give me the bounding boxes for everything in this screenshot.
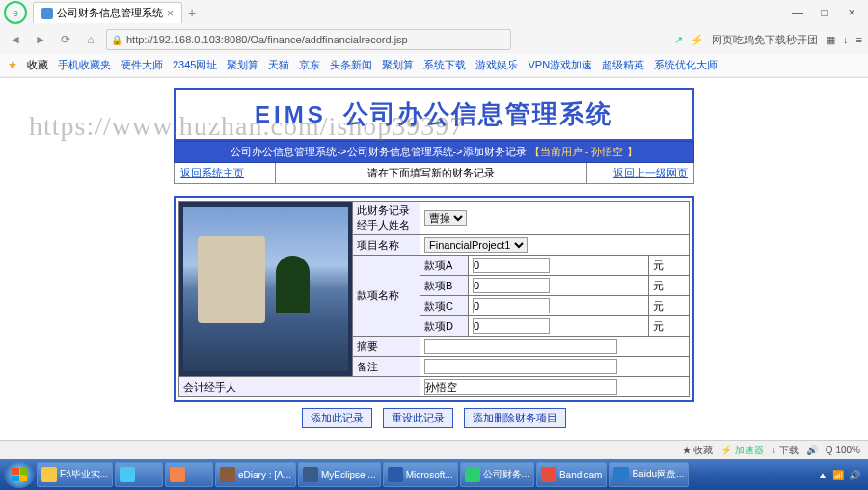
nav-link-row: 返回系统主页 请在下面填写新的财务记录 返回上一级网页 <box>174 163 694 184</box>
lock-icon: 🔒 <box>111 35 122 45</box>
grid-icon[interactable]: ▦ <box>826 34 835 46</box>
item-d-input[interactable] <box>473 318 550 334</box>
summary-label: 摘要 <box>353 337 420 357</box>
handler-select[interactable]: 曹操 <box>424 210 467 226</box>
summary-input[interactable] <box>424 339 617 354</box>
current-user-label: 【当前用户 - 孙悟空 】 <box>529 146 637 157</box>
close-window-button[interactable]: × <box>839 3 864 22</box>
project-select[interactable]: FinancialProject1 <box>424 237 528 253</box>
tab-title: 公司财务信息管理系统 <box>57 6 163 20</box>
download-icon[interactable]: ↓ <box>843 34 849 45</box>
manage-items-button[interactable]: 添加删除财务项目 <box>464 408 566 428</box>
bookmark-item[interactable]: 硬件大师 <box>121 58 163 72</box>
menu-icon[interactable]: ≡ <box>856 34 862 45</box>
close-tab-icon[interactable]: × <box>167 7 174 20</box>
accountant-label: 会计经手人 <box>179 377 420 397</box>
item-d-label: 款项D <box>420 316 469 337</box>
bookmark-item[interactable]: 系统下载 <box>423 58 466 72</box>
tray-expand-icon[interactable]: ▲ <box>818 470 827 480</box>
button-row: 添加此记录 重设此记录 添加删除财务项目 <box>174 402 694 434</box>
item-b-label: 款项B <box>420 276 469 296</box>
system-tray: ▲ 📶 🔊 <box>818 470 864 480</box>
form-panel: 此财务记录经手人姓名 曹操 项目名称 FinancialProject1 款项名… <box>174 196 694 402</box>
browser-tab[interactable]: 公司财务信息管理系统 × <box>33 2 182 23</box>
promo-text: 网页吃鸡免下载秒开团 <box>712 33 818 47</box>
home-button[interactable]: ⌂ <box>81 30 100 49</box>
start-button[interactable] <box>4 461 35 488</box>
remark-input[interactable] <box>424 359 617 374</box>
address-bar: ◄ ► ⟳ ⌂ 🔒 http://192.168.0.103:8080/Oa/f… <box>0 25 868 54</box>
taskbar-item[interactable]: Microsoft... <box>383 462 458 487</box>
handler-label: 此财务记录经手人姓名 <box>353 202 420 235</box>
reload-button[interactable]: ⟳ <box>56 30 75 49</box>
windows-taskbar: F:\毕业实... eDiary : [A... MyEclipse ... M… <box>0 459 868 490</box>
bookmark-item[interactable]: 头条新闻 <box>330 58 372 72</box>
ie-icon <box>613 467 629 482</box>
bookmark-item[interactable]: 游戏娱乐 <box>475 58 518 72</box>
scenic-image <box>183 207 348 371</box>
bookmark-item[interactable]: 天猫 <box>268 58 289 72</box>
item-c-unit: 元 <box>648 296 689 316</box>
bookmark-item[interactable]: 聚划算 <box>227 58 258 72</box>
bookmark-item[interactable]: VPN游戏加速 <box>528 58 592 72</box>
project-label: 项目名称 <box>353 235 420 256</box>
share-icon[interactable]: ↗ <box>674 34 683 46</box>
decorative-image-cell <box>179 202 353 377</box>
item-a-input[interactable] <box>473 258 550 273</box>
item-a-label: 款项A <box>420 256 469 276</box>
taskbar-item[interactable] <box>115 462 163 487</box>
taskbar-item[interactable]: F:\毕业实... <box>37 462 113 487</box>
addr-bar-right: ↗ ⚡ 网页吃鸡免下载秒开团 ▦ ↓ ≡ <box>674 33 862 47</box>
url-field[interactable]: 🔒 http://192.168.0.103:8080/Oa/finance/a… <box>106 29 511 50</box>
browser-logo-icon: e <box>4 1 27 24</box>
bookmark-item[interactable]: 2345网址 <box>173 58 217 72</box>
back-one-level-link[interactable]: 返回上一级网页 <box>613 167 688 178</box>
folder-icon <box>41 467 57 482</box>
status-download[interactable]: ↓ 下载 <box>772 444 799 457</box>
instruction-text: 请在下面填写新的财务记录 <box>276 163 587 183</box>
status-sound-icon[interactable]: 🔊 <box>806 445 818 455</box>
reset-record-button[interactable]: 重设此记录 <box>383 408 453 428</box>
breadcrumb: 公司办公信息管理系统->公司财务信息管理系统->添加财务记录 【当前用户 - 孙… <box>174 141 694 163</box>
maximize-button[interactable]: □ <box>812 3 837 22</box>
item-c-input[interactable] <box>473 298 550 313</box>
new-tab-button[interactable]: + <box>188 5 196 20</box>
bandicam-icon <box>541 467 556 482</box>
minimize-button[interactable]: — <box>785 3 810 22</box>
status-zoom[interactable]: Q 100% <box>826 445 860 455</box>
add-record-button[interactable]: 添加此记录 <box>302 408 372 428</box>
bookmark-item[interactable]: 系统优化大师 <box>654 58 718 72</box>
window-controls: — □ × <box>785 3 864 22</box>
browser-status-bar: ★ 收藏 ⚡ 加速器 ↓ 下载 🔊 Q 100% <box>0 440 868 459</box>
bookmark-item[interactable]: 超级精英 <box>602 58 644 72</box>
back-button[interactable]: ◄ <box>6 30 25 49</box>
accountant-input[interactable] <box>424 379 617 395</box>
flash-icon[interactable]: ⚡ <box>691 34 704 46</box>
url-text: http://192.168.0.103:8080/Oa/finance/add… <box>126 34 408 45</box>
item-b-unit: 元 <box>648 276 689 296</box>
back-home-link[interactable]: 返回系统主页 <box>180 167 244 178</box>
taskbar-item[interactable]: eDiary : [A... <box>215 462 296 487</box>
item-b-input[interactable] <box>473 278 550 293</box>
tray-sound-icon[interactable]: 🔊 <box>849 470 860 480</box>
bookmark-item[interactable]: 京东 <box>299 58 320 72</box>
bookmarks-bar: ★ 收藏 手机收藏夹 硬件大师 2345网址 聚划算 天猫 京东 头条新闻 聚划… <box>0 54 868 77</box>
status-fav[interactable]: ★ 收藏 <box>682 444 714 457</box>
taskbar-item[interactable]: MyEclipse ... <box>298 462 381 487</box>
eims-logo-text: EIMS <box>255 101 327 127</box>
bookmark-item[interactable]: 手机收藏夹 <box>58 58 111 72</box>
taskbar-item[interactable] <box>165 462 213 487</box>
taskbar-item[interactable]: Bandicam <box>536 462 607 487</box>
taskbar-item[interactable]: Baidu网盘... <box>609 462 689 487</box>
tab-favicon-icon <box>41 8 53 19</box>
bookmark-star-icon[interactable]: ★ <box>8 59 17 71</box>
bookmark-item[interactable]: 聚划算 <box>382 58 414 72</box>
app-icon <box>120 467 135 482</box>
status-accel[interactable]: ⚡ 加速器 <box>720 444 764 457</box>
taskbar-item[interactable]: 公司财务... <box>460 462 534 487</box>
item-c-label: 款项C <box>420 296 469 316</box>
bookmarks-label: 收藏 <box>27 58 48 72</box>
tray-network-icon[interactable]: 📶 <box>832 470 844 480</box>
forward-button[interactable]: ► <box>31 30 50 49</box>
page-title: 公司办公信息管理系统 <box>343 99 613 128</box>
